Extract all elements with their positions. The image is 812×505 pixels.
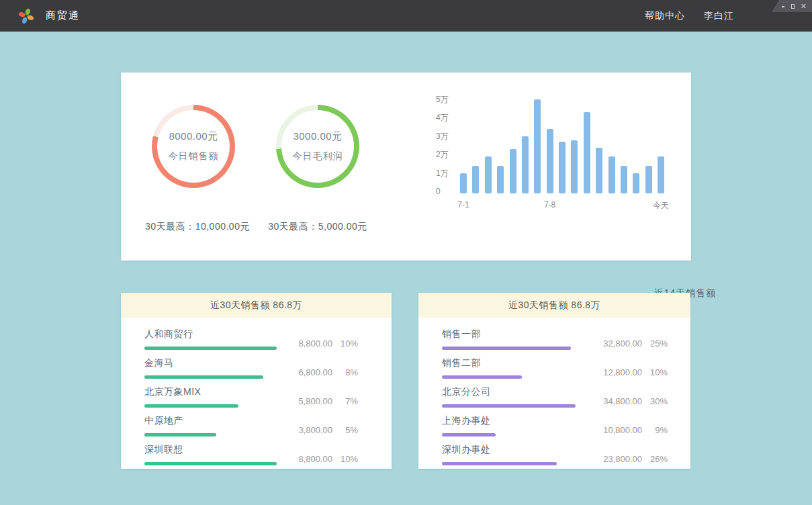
rank-percent: 9%: [642, 425, 668, 435]
rank-row-4: 深圳办事处23,800.0026%: [418, 444, 690, 465]
rank-percent: 10%: [642, 367, 668, 377]
department-rank-card: 近30天销售额 86.8万 销售一部32,800.0025%销售二部12,800…: [418, 293, 690, 469]
department-rank-title: 近30天销售额 86.8万: [418, 293, 690, 318]
daily-bar-3: [497, 166, 504, 193]
rank-figures: 12,800.0010%: [590, 367, 668, 377]
rank-amount: 8,800.00: [280, 454, 332, 464]
department-rank-list: 销售一部32,800.0025%销售二部12,800.0010%北京分公司34,…: [418, 318, 690, 465]
help-center-link[interactable]: 帮助中心: [645, 10, 685, 22]
rank-figures: 3,800.005%: [280, 425, 358, 435]
rank-name: 北京分公司: [442, 386, 576, 398]
rank-figures: 23,800.0026%: [590, 454, 668, 464]
rank-name: 销售二部: [442, 357, 522, 369]
rank-row-4: 深圳联想8,800.0010%: [121, 444, 392, 465]
rank-row-0: 人和商贸行8,800.0010%: [121, 328, 392, 350]
rank-figures: 32,800.0025%: [590, 338, 668, 349]
daily-bar-6: [534, 99, 541, 193]
rank-row-0: 销售一部32,800.0025%: [418, 328, 690, 350]
maximize-button[interactable]: [791, 3, 795, 10]
today-profit-label: 今日毛利润: [293, 150, 343, 163]
rank-figures: 8,800.0010%: [280, 338, 358, 349]
minimize-button[interactable]: [781, 3, 785, 10]
rank-percent: 10%: [332, 454, 358, 464]
daily-bar-16: [658, 156, 664, 193]
titlebar: 商贸通 帮助中心 李白江 ✕: [0, 0, 812, 32]
rank-name: 深圳联想: [144, 444, 277, 456]
rank-amount: 23,800.00: [590, 454, 642, 464]
rank-row-2: 北京分公司34,800.0030%: [418, 386, 690, 408]
user-menu[interactable]: 李白江: [704, 10, 734, 22]
ytick-5: 5万: [436, 94, 449, 105]
rank-percent: 26%: [642, 454, 668, 464]
rank-bar: [442, 375, 522, 379]
xtick-7-8: 7-8: [544, 200, 555, 210]
customer-rank-card: 近30天销售额 86.8万 人和商贸行8,800.0010%金海马6,800.0…: [121, 293, 392, 469]
daily-bar-7: [547, 129, 553, 193]
rank-bar: [144, 404, 238, 408]
daily-bar-13: [621, 166, 627, 193]
rank-name: 销售一部: [442, 328, 571, 340]
close-button[interactable]: ✕: [801, 3, 807, 10]
rank-amount: 12,800.00: [590, 367, 642, 377]
rank-figures: 5,800.007%: [280, 396, 358, 406]
rank-percent: 25%: [642, 338, 668, 349]
daily-bar-5: [522, 136, 529, 193]
daily-bar-8: [559, 142, 566, 193]
daily-bar-4: [510, 149, 516, 193]
customer-rank-list: 人和商贸行8,800.0010%金海马6,800.008%北京万象MIX5,80…: [121, 318, 392, 465]
rank-name: 金海马: [144, 357, 263, 369]
rank-name: 上海办事处: [442, 415, 496, 427]
rank-bar: [144, 375, 263, 379]
sales-30d-max: 30天最高：10,000.00元: [138, 221, 257, 233]
rank-bar: [442, 433, 496, 437]
daily-sales-bar-chart: 01万2万3万4万5万 7-17-8今天: [433, 93, 682, 210]
rank-entry: 北京分公司: [442, 386, 576, 408]
today-profit-value: 3000.00元: [293, 130, 342, 143]
rank-entry: 深圳办事处: [442, 444, 557, 465]
rank-percent: 8%: [332, 367, 358, 377]
rank-row-2: 北京万象MIX5,800.007%: [121, 386, 392, 408]
daily-sales-plot: [460, 99, 664, 193]
ytick-1: 1万: [436, 168, 449, 179]
rank-name: 北京万象MIX: [144, 386, 238, 398]
rank-entry: 销售一部: [442, 328, 571, 350]
overview-card: 8000.00元 今日销售额 3000.00元 今日毛利润 30天最高：10,0…: [121, 73, 691, 261]
rank-entry: 销售二部: [442, 357, 522, 379]
today-sales-value: 8000.00元: [169, 130, 218, 143]
rank-percent: 7%: [332, 396, 358, 406]
rank-percent: 5%: [332, 425, 358, 435]
rank-row-3: 中原地产3,800.005%: [121, 415, 392, 437]
xtick-7-1: 7-1: [457, 200, 469, 210]
daily-bar-14: [633, 173, 639, 193]
rank-entry: 人和商贸行: [144, 328, 277, 350]
today-sales-label: 今日销售额: [169, 150, 219, 163]
app-logo-icon: [17, 7, 35, 25]
rank-figures: 34,800.0030%: [590, 396, 668, 406]
rank-name: 中原地产: [144, 415, 216, 427]
rank-name: 深圳办事处: [442, 444, 557, 456]
rank-figures: 6,800.008%: [280, 367, 358, 377]
daily-bar-11: [596, 148, 602, 194]
rank-figures: 8,800.0010%: [280, 454, 358, 464]
rank-bar: [442, 347, 571, 350]
ytick-3: 3万: [436, 131, 449, 142]
rank-row-3: 上海办事处10,800.009%: [418, 415, 690, 437]
rank-amount: 10,800.00: [590, 425, 642, 435]
rank-name: 人和商贸行: [144, 328, 277, 340]
daily-bar-12: [608, 156, 615, 193]
xtick-今天: 今天: [653, 200, 669, 212]
customer-rank-title: 近30天销售额 86.8万: [121, 293, 392, 318]
daily-bar-2: [485, 156, 492, 193]
ytick-2: 2万: [436, 149, 449, 160]
rank-amount: 3,800.00: [280, 425, 332, 435]
rank-entry: 上海办事处: [442, 415, 496, 437]
rank-entry: 中原地产: [144, 415, 216, 437]
rank-amount: 6,800.00: [280, 367, 332, 377]
daily-bar-1: [472, 166, 479, 193]
daily-bar-10: [584, 112, 590, 193]
daily-bar-9: [571, 140, 578, 194]
today-sales-donut: 8000.00元 今日销售额: [152, 105, 235, 188]
profit-30d-max: 30天最高：5,000.00元: [264, 221, 371, 233]
rank-bar: [144, 433, 216, 437]
rank-figures: 10,800.009%: [590, 425, 668, 435]
